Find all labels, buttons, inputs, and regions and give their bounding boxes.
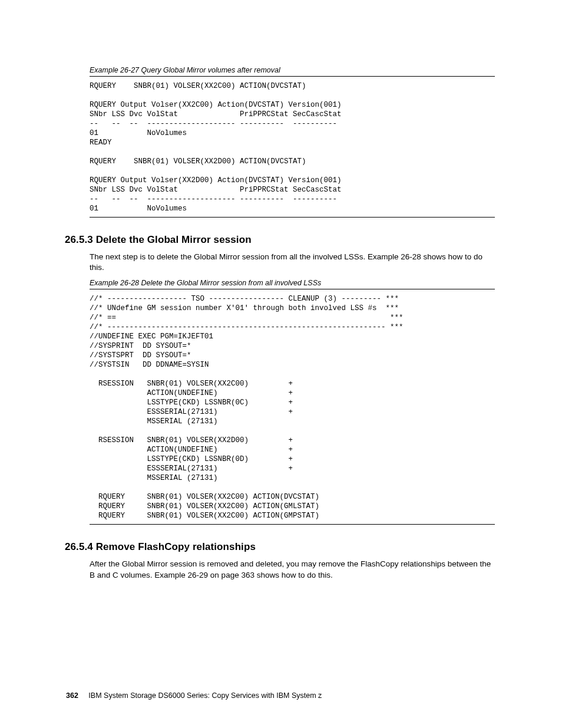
- example-28-caption: Example 26-28 Delete the Global Mirror s…: [90, 279, 495, 287]
- section-2654-p1: After the Global Mirror session is remov…: [90, 559, 495, 580]
- example-27-caption: Example 26-27 Query Global Mirror volume…: [90, 66, 495, 74]
- section-heading-2653: 26.5.3 Delete the Global Mirror session: [65, 234, 495, 246]
- example-28-code: //* ------------------ TSO -------------…: [90, 289, 495, 525]
- section-heading-2654: 26.5.4 Remove FlashCopy relationships: [65, 541, 495, 553]
- section-2653-p1: The next step is to delete the Global Mi…: [90, 252, 495, 273]
- page-footer: 362 IBM System Storage DS6000 Series: Co…: [66, 691, 495, 700]
- example-27-code: RQUERY SNBR(01) VOLSER(XX2C00) ACTION(DV…: [90, 76, 495, 218]
- page-container: Example 26-27 Query Global Mirror volume…: [0, 0, 562, 728]
- book-title: IBM System Storage DS6000 Series: Copy S…: [88, 691, 322, 700]
- page-number: 362: [66, 691, 78, 700]
